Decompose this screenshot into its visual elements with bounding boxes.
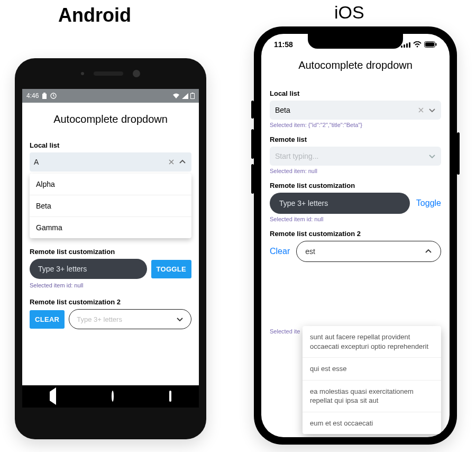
clear-icon[interactable] xyxy=(165,159,178,165)
svg-rect-6 xyxy=(404,44,405,48)
chevron-down-icon[interactable] xyxy=(428,153,436,159)
cell-signal-icon xyxy=(182,93,188,99)
clear-button[interactable]: CLEAR xyxy=(30,310,65,329)
svg-point-9 xyxy=(417,46,418,48)
svg-rect-7 xyxy=(406,43,408,48)
android-nav-bar xyxy=(22,385,199,408)
svg-rect-3 xyxy=(191,94,195,99)
section-label-local-list: Local list xyxy=(270,89,441,97)
dropdown-item[interactable]: Beta xyxy=(30,195,191,217)
section-label-remote-list: Remote list xyxy=(270,135,441,143)
local-list-hint: Selected item: {"id":"2","title":"Beta"} xyxy=(270,122,441,128)
remote-custom-hint: Selected item id: null xyxy=(30,282,191,288)
local-list-dropdown: Alpha Beta Gamma xyxy=(30,174,191,238)
dropdown-item[interactable]: ea molestias quasi exercitationem repell… xyxy=(303,381,441,412)
android-status-bar: 4:46 xyxy=(22,89,199,103)
dropdown-item[interactable]: Gamma xyxy=(30,217,191,238)
svg-rect-1 xyxy=(43,93,45,94)
dropdown-item[interactable]: qui est esse xyxy=(303,358,441,381)
clock-icon xyxy=(50,93,57,99)
iphone-screen: 11:58 xyxy=(261,34,450,437)
remote-custom2-input[interactable]: est xyxy=(296,241,441,262)
svg-rect-8 xyxy=(409,42,410,48)
remote-custom-placeholder: Type 3+ letters xyxy=(38,265,87,273)
remote-custom-input[interactable]: Type 3+ letters xyxy=(270,193,410,214)
section-label-remote-custom-2: Remote list customization 2 xyxy=(30,298,191,306)
page-title: Autocomplete dropdown xyxy=(270,56,441,82)
local-list-input[interactable]: A xyxy=(30,152,191,171)
local-list-input-value: A xyxy=(34,158,39,166)
iphone-device-frame: 11:58 xyxy=(254,26,457,445)
android-device-frame: 4:46 xyxy=(15,58,206,439)
status-time: 11:58 xyxy=(274,40,293,49)
local-list-input[interactable]: Beta xyxy=(270,101,441,120)
dropdown-item[interactable]: Alpha xyxy=(30,174,191,195)
remote-custom-hint: Selected item id: null xyxy=(270,216,441,222)
platform-label-android: Android xyxy=(58,4,131,26)
clear-button[interactable]: Clear xyxy=(270,247,290,256)
svg-rect-5 xyxy=(401,46,402,48)
battery-icon xyxy=(42,93,47,99)
status-time: 4:46 xyxy=(26,92,39,100)
toggle-button[interactable]: TOGGLE xyxy=(151,260,191,278)
svg-rect-11 xyxy=(425,42,434,47)
iphone-notch xyxy=(308,34,403,49)
dropdown-item[interactable]: sunt aut facere repellat provident occae… xyxy=(303,326,441,358)
platform-label-ios: iOS xyxy=(334,2,364,23)
remote-custom2-dropdown: sunt aut facere repellat provident occae… xyxy=(303,326,441,434)
chevron-up-icon[interactable] xyxy=(178,159,187,165)
svg-rect-12 xyxy=(436,43,437,46)
remote-custom-placeholder: Type 3+ letters xyxy=(279,199,328,207)
clear-icon[interactable] xyxy=(414,107,428,113)
local-list-input-value: Beta xyxy=(275,106,290,114)
wifi-icon xyxy=(172,93,180,99)
chevron-down-icon[interactable] xyxy=(428,107,436,113)
remote-custom2-placeholder: Type 3+ letters xyxy=(77,315,122,323)
nav-home-button[interactable] xyxy=(112,392,114,401)
remote-custom-input[interactable]: Type 3+ letters xyxy=(30,259,147,279)
chevron-up-icon[interactable] xyxy=(425,249,432,254)
section-label-remote-custom-2: Remote list customization 2 xyxy=(270,230,441,238)
remote-custom2-value: est xyxy=(305,247,315,256)
page-title: Autocomplete dropdown xyxy=(30,108,191,135)
battery-icon xyxy=(424,41,437,48)
chevron-down-icon[interactable] xyxy=(176,317,184,322)
remote-custom2-hint-truncated: Selected ite xyxy=(270,328,300,335)
dropdown-item[interactable]: eum et est occaecati xyxy=(303,412,441,435)
android-earpiece xyxy=(15,70,206,77)
nav-back-button[interactable] xyxy=(50,392,56,401)
svg-rect-0 xyxy=(42,94,47,99)
wifi-icon xyxy=(413,41,422,48)
toggle-button[interactable]: Toggle xyxy=(416,198,441,208)
remote-list-hint: Selected item: null xyxy=(270,168,441,174)
android-screen: 4:46 xyxy=(22,89,199,408)
remote-custom2-input[interactable]: Type 3+ letters xyxy=(69,309,191,329)
remote-list-input[interactable]: Start typing... xyxy=(270,147,441,166)
section-label-remote-custom: Remote list customization xyxy=(270,182,441,189)
nav-recents-button[interactable] xyxy=(169,392,171,401)
battery-outline-icon xyxy=(190,93,195,99)
svg-rect-4 xyxy=(192,93,194,94)
section-label-remote-custom: Remote list customization xyxy=(30,248,191,256)
remote-list-placeholder: Start typing... xyxy=(275,152,318,160)
section-label-local-list: Local list xyxy=(30,141,191,149)
